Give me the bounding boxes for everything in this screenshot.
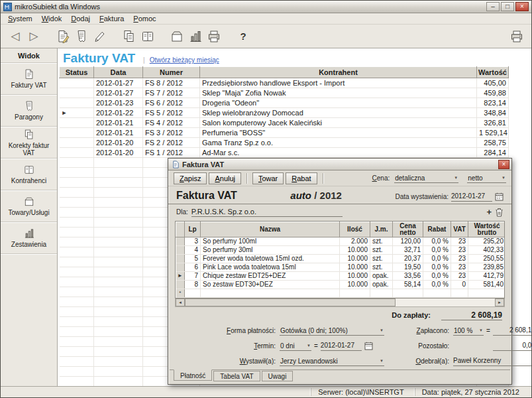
cancel-button[interactable]: Anuluj <box>209 172 241 184</box>
invoice-item-row[interactable]: 8 So zestaw EDT30+DEZ 10.000 opak. 58,14… <box>176 281 505 289</box>
minimize-button[interactable]: – <box>486 2 500 11</box>
column-header-wartosc[interactable]: Wartość <box>477 67 509 78</box>
invoice-item-row[interactable]: ► 7 Chique zestaw EDT25+DEZ 10.000 opak.… <box>176 272 505 281</box>
add-client-icon[interactable]: + <box>486 207 492 217</box>
print-icon[interactable] <box>507 27 526 46</box>
discount-button[interactable]: Rabat <box>286 172 317 184</box>
horizontal-scrollbar[interactable]: ◄ ► <box>175 298 505 307</box>
invoice-row[interactable]: 2012-01-21 FS 4 / 2012 Salon komputerowy… <box>60 118 509 128</box>
sidebar-item-korekty-faktur-vat[interactable]: Korekty faktur VAT <box>1 127 57 159</box>
row-number: FS 1 / 2012 <box>143 148 200 158</box>
tab-platnosc[interactable]: Płatność <box>174 369 212 381</box>
invoice-number[interactable]: auto / 2012 <box>290 190 342 201</box>
issue-date-label: Data wystawienia: <box>395 193 449 200</box>
printer-icon[interactable] <box>205 27 223 46</box>
invoice-row[interactable]: 2012-01-21 FS 3 / 2012 Perfumeria "BOSS"… <box>60 128 509 138</box>
receipt-icon <box>23 100 35 112</box>
invoice-item-row[interactable]: 4 So perfumy 30ml 10.000 szt. 32,71 0,0 … <box>176 246 505 255</box>
menu-dodaj[interactable]: Dodaj <box>66 14 95 23</box>
row-indicator <box>176 246 185 255</box>
paid-amount-field[interactable]: 2 608,19 <box>493 326 532 336</box>
invoice-row[interactable]: 2012-01-20 FS 2 / 2012 Gama Tranz Sp.z o… <box>60 138 509 148</box>
item-vat: 0 <box>451 281 468 289</box>
column-header-status[interactable]: Status <box>60 67 94 78</box>
invoice-row[interactable]: ► 2012-01-22 FS 5 / 2012 Sklep wielobran… <box>60 108 509 118</box>
issuer-combo[interactable]: Jerzy Lewandowski ▼ <box>280 356 384 366</box>
client-field[interactable]: P.R.U.S.K. Sp.z o.o. <box>191 207 343 217</box>
scrollbar-track[interactable] <box>185 298 495 306</box>
issue-date-field[interactable]: 2012-01-27 <box>451 192 492 202</box>
status-date: Data: piątek, 27 stycznia 2012 <box>415 388 526 396</box>
menu-pomoc[interactable]: Pomoc <box>129 14 160 23</box>
correction-icon[interactable] <box>120 27 138 46</box>
chevron-down-icon: ▼ <box>380 328 384 332</box>
forward-icon[interactable]: ▷ <box>25 27 43 46</box>
invoice-row[interactable]: 2012-01-23 FS 6 / 2012 Drogeria "Odeon" … <box>60 98 509 108</box>
reports-icon[interactable] <box>186 27 205 46</box>
calendar-icon[interactable] <box>495 192 504 201</box>
row-date: 2012-01-21 <box>94 118 143 128</box>
menu-widok[interactable]: Widok <box>37 14 67 23</box>
invoice-item-row[interactable]: 3 So perfumy 100ml 2.000 szt. 120,00 0,0… <box>176 237 505 246</box>
row-status-marker <box>60 118 94 128</box>
sidebar-header: Widok <box>1 48 57 63</box>
maximize-button[interactable]: □ <box>501 2 514 11</box>
row-value: 1 529,14 <box>477 128 509 138</box>
column-header-kontrahent[interactable]: Kontrahent <box>200 67 477 78</box>
forward-arrow-glyph: ▷ <box>29 29 38 43</box>
item-qty: 10.000 <box>340 255 370 263</box>
scrollbar-thumb[interactable] <box>185 298 396 306</box>
invoice-item-row[interactable]: 6 Pink Lace woda toaletowa 15ml 10.000 s… <box>176 263 505 272</box>
sidebar-item-towary-uslugi[interactable]: Towary/Usługi <box>1 190 57 222</box>
invoice-item-row[interactable]: 5 Forever woda toaletowa 15ml ozd. 10.00… <box>176 255 505 263</box>
column-header-numer[interactable]: Numer <box>143 67 200 78</box>
menu-faktura[interactable]: Faktura <box>95 14 129 23</box>
edit-icon[interactable] <box>91 27 109 46</box>
open-current-month-link[interactable]: Otwórz bieżący miesiąc <box>150 56 219 64</box>
page-title: Faktury VAT <box>63 51 135 66</box>
scroll-right-icon[interactable]: ► <box>495 298 504 306</box>
trash-icon[interactable] <box>495 208 504 217</box>
paid-percent-combo[interactable]: 100 % ▼ <box>453 326 484 336</box>
new-receipt-icon[interactable] <box>72 27 91 46</box>
add-product-button[interactable]: Towar <box>252 172 284 184</box>
sidebar-item-faktury-vat[interactable]: Faktury VAT <box>1 63 57 95</box>
sidebar-item-zestawienia[interactable]: Zestawienia <box>1 222 57 254</box>
price-type-combo[interactable]: detaliczna ▼ <box>394 173 458 183</box>
products-box-icon <box>23 196 35 208</box>
invoice-dialog: Faktura VAT × Zapisz Anuluj Towar Rabat … <box>168 158 512 385</box>
row-value: 459,88 <box>477 88 509 98</box>
dialog-close-button[interactable]: × <box>498 160 509 169</box>
invoice-row[interactable]: 2012-01-27 FS 7 / 2012 Sklep "Maja" Zofi… <box>60 88 509 98</box>
contractors-icon[interactable] <box>138 27 157 46</box>
tab-uwagi[interactable]: Uwagi <box>262 371 293 381</box>
row-status-marker: ► <box>60 108 94 118</box>
sidebar-item-kontrahenci[interactable]: Kontrahenci <box>1 159 57 190</box>
receiver-field[interactable]: Paweł Korzenny <box>453 356 532 366</box>
item-lp: 4 <box>185 246 201 255</box>
calendar-icon[interactable] <box>364 342 373 350</box>
menu-system[interactable]: System <box>3 14 37 23</box>
tab-tabela-vat[interactable]: Tabela VAT <box>213 371 260 381</box>
row-indicator <box>176 255 185 263</box>
invoice-item-row[interactable]: * <box>176 289 505 298</box>
sidebar-item-paragony[interactable]: Paragony <box>1 95 57 127</box>
close-button[interactable]: × <box>515 2 529 11</box>
price-mode-combo[interactable]: netto ▼ <box>467 173 506 183</box>
item-lp: 3 <box>185 237 201 246</box>
invoice-row[interactable]: 2012-01-27 FS 8 / 2012 Przedsiębiorstwo … <box>60 78 509 88</box>
invoice-row[interactable]: 2012-01-20 FS 1 / 2012 Ad-Mar s.c. 284,1… <box>60 148 509 158</box>
products-icon[interactable] <box>168 27 186 46</box>
back-icon[interactable]: ◁ <box>6 27 25 46</box>
new-invoice-icon[interactable] <box>54 27 72 46</box>
payment-section: Forma płatności: Gotówka (0 dni; 100%) ▼… <box>176 326 504 366</box>
help-icon[interactable]: ? <box>234 27 252 46</box>
save-button[interactable]: Zapisz <box>174 172 207 184</box>
term-days-combo[interactable]: 0 dni ▼ <box>280 341 311 351</box>
column-header-lp: Lp <box>185 222 201 237</box>
column-header-rabat: Rabat <box>423 222 451 237</box>
scroll-left-icon[interactable]: ◄ <box>176 298 185 306</box>
column-header-data[interactable]: Data <box>94 67 143 78</box>
payment-form-combo[interactable]: Gotówka (0 dni; 100%) ▼ <box>280 326 384 336</box>
term-date-field[interactable]: 2012-01-27 <box>321 341 362 351</box>
